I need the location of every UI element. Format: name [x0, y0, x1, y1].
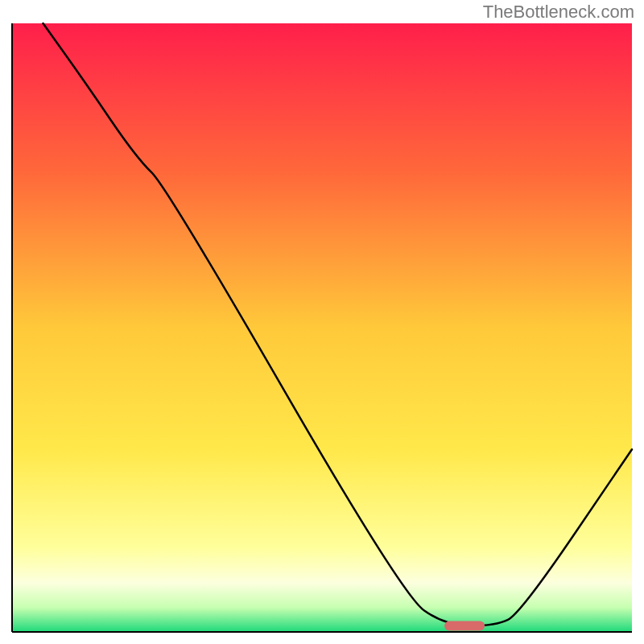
watermark-text: TheBottleneck.com	[483, 2, 634, 23]
bottleneck-chart	[0, 0, 644, 644]
optimal-marker	[444, 621, 485, 630]
chart-container: TheBottleneck.com	[0, 0, 644, 644]
plot-background	[12, 23, 632, 632]
